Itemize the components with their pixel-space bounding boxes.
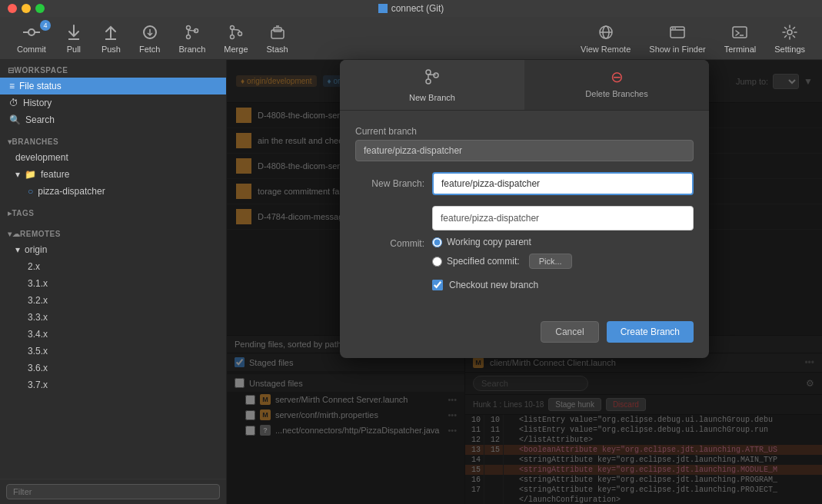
suggestion-item[interactable]: feature/pizza-dispatcher (433, 210, 693, 227)
svg-point-7 (186, 35, 190, 38)
app-icon (378, 4, 388, 13)
svg-point-24 (426, 70, 431, 75)
filter-input[interactable] (6, 484, 220, 499)
sidebar-item-remote-37x[interactable]: 3.7.x (0, 376, 226, 393)
terminal-button[interactable]: Terminal (715, 18, 766, 58)
pull-icon (65, 23, 83, 41)
search-icon: 🔍 (9, 114, 21, 125)
sidebar-item-remote-31x[interactable]: 3.1.x (0, 275, 226, 292)
branch-icon (183, 23, 201, 41)
sidebar-item-remote-origin[interactable]: ▾ origin (0, 241, 226, 258)
stash-icon (268, 23, 287, 41)
commit-row: Commit: Working copy parent Specified co… (355, 237, 694, 269)
modal-footer: Cancel Create Branch (340, 321, 709, 358)
sidebar-item-branch-feature[interactable]: ▾ 📁 feature (0, 166, 226, 183)
settings-icon (780, 23, 799, 41)
sidebar-item-remote-32x[interactable]: 3.2.x (0, 292, 226, 309)
suggestion-dropdown: feature/pizza-dispatcher (432, 206, 694, 230)
sidebar-item-branch-development[interactable]: development (0, 149, 226, 166)
commit-icon (22, 23, 41, 41)
minimize-button[interactable] (22, 4, 31, 13)
checkout-checkbox[interactable] (432, 280, 443, 290)
sidebar-item-file-status[interactable]: ≡ File status (0, 78, 226, 94)
maximize-button[interactable] (35, 4, 45, 13)
merge-button[interactable]: Merge (215, 18, 257, 58)
tab-new-branch[interactable]: New Branch (340, 60, 524, 110)
sidebar-item-remote-35x[interactable]: 3.5.x (0, 343, 226, 360)
tab-delete-branches[interactable]: ⊖ Delete Branches (524, 60, 709, 110)
commit-button[interactable]: 4 Commit (8, 18, 55, 58)
current-branch-row: Current branch feature/pizza-dispatcher (355, 126, 694, 161)
remotes-icon: ☁ (12, 230, 21, 238)
history-icon: ⏱ (9, 98, 18, 108)
current-branch-value: feature/pizza-dispatcher (355, 140, 694, 161)
merge-icon (227, 23, 245, 41)
sidebar-item-search[interactable]: 🔍 Search (0, 111, 226, 128)
branch-development-label: development (15, 152, 68, 163)
radio-working-copy-input[interactable] (432, 237, 442, 247)
new-branch-row: New Branch: (355, 172, 694, 195)
sidebar-item-remote-2x[interactable]: 2.x (0, 258, 226, 275)
commit-badge: 4 (40, 20, 51, 31)
current-branch-icon: ○ (28, 186, 33, 197)
stash-button[interactable]: Stash (258, 18, 298, 58)
svg-point-11 (238, 32, 241, 35)
sidebar-item-history[interactable]: ⏱ History (0, 94, 226, 111)
workspace-header: ⊟ WORKSPACE (0, 63, 226, 78)
sidebar-item-remote-33x[interactable]: 3.3.x (0, 309, 226, 326)
sidebar-filter-area (0, 479, 226, 504)
pick-button[interactable]: Pick... (529, 254, 572, 269)
remotes-section: ▾ ☁ REMOTES ▾ origin 2.x 3.1.x 3.2.x 3.3… (0, 224, 226, 396)
cancel-button[interactable]: Cancel (541, 321, 598, 343)
finder-icon (668, 23, 687, 41)
sidebar-item-remote-34x[interactable]: 3.4.x (0, 326, 226, 343)
toolbar-right: View Remote Show in Finder Terminal Sett… (571, 18, 814, 58)
radio-specified-commit-input[interactable] (432, 257, 442, 267)
settings-button[interactable]: Settings (765, 18, 814, 58)
modal-tabs: New Branch ⊖ Delete Branches (340, 60, 709, 111)
origin-expand-icon: ▾ (15, 244, 20, 255)
delete-branches-tab-icon: ⊖ (611, 68, 624, 86)
modal-overlay: New Branch ⊖ Delete Branches Current bra… (227, 60, 822, 504)
file-status-icon: ≡ (9, 81, 15, 91)
svg-point-19 (672, 28, 674, 29)
branch-button[interactable]: Branch (169, 18, 215, 58)
titlebar: connect (Git) (0, 0, 822, 17)
commit-radio-options: Working copy parent Specified commit: Pi… (432, 237, 572, 269)
toolbar: 4 Commit Pull Push Fetch Branch Merge (0, 17, 822, 60)
window-title: connect (Git) (378, 3, 444, 14)
tags-section: ▸ TAGS (0, 203, 226, 224)
radio-specified-commit: Specified commit: Pick... (432, 254, 572, 269)
branches-header: ▾ BRANCHES (0, 134, 226, 149)
branches-section: ▾ BRANCHES development ▾ 📁 feature ○ piz… (0, 131, 226, 203)
expand-icon: ▾ (15, 169, 20, 180)
create-branch-button[interactable]: Create Branch (607, 321, 694, 343)
pull-button[interactable]: Pull (55, 18, 92, 58)
view-remote-button[interactable]: View Remote (571, 18, 640, 58)
remotes-header: ▾ ☁ REMOTES (0, 227, 226, 241)
tags-header: ▸ TAGS (0, 206, 226, 220)
fetch-button[interactable]: Fetch (130, 18, 170, 58)
close-button[interactable] (8, 4, 17, 13)
svg-point-20 (674, 28, 676, 29)
current-branch-label: Current branch (355, 126, 694, 137)
terminal-icon (730, 23, 749, 41)
svg-point-25 (426, 79, 431, 84)
view-remote-icon (597, 23, 615, 41)
checkout-label: Checkout new branch (449, 280, 538, 290)
svg-point-10 (230, 35, 234, 38)
sidebar-item-branch-pizza-dispatcher[interactable]: ○ pizza-dispatcher (0, 183, 226, 200)
new-branch-input[interactable] (432, 172, 694, 195)
svg-point-0 (28, 29, 35, 35)
sidebar: ⊟ WORKSPACE ≡ File status ⏱ History 🔍 Se… (0, 60, 227, 504)
push-button[interactable]: Push (92, 18, 130, 58)
sidebar-item-remote-36x[interactable]: 3.6.x (0, 360, 226, 376)
show-in-finder-button[interactable]: Show in Finder (640, 18, 714, 58)
push-icon (102, 23, 120, 41)
svg-rect-21 (733, 27, 747, 38)
commit-row-label: Commit: (355, 237, 424, 249)
checkout-row: Checkout new branch (432, 280, 694, 290)
svg-point-6 (186, 25, 190, 29)
radio-working-copy: Working copy parent (432, 237, 572, 247)
new-branch-tab-icon (423, 68, 441, 90)
